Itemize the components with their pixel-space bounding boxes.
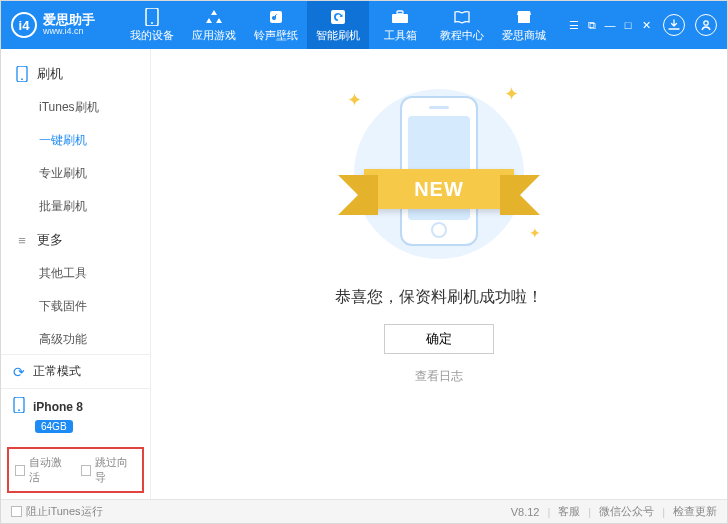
phone-icon xyxy=(15,67,29,81)
nav-tab-my-device[interactable]: 我的设备 xyxy=(121,1,183,49)
nav-tab-flash[interactable]: 智能刷机 xyxy=(307,1,369,49)
svg-point-1 xyxy=(151,22,153,24)
phone-icon xyxy=(143,8,161,26)
book-icon xyxy=(453,8,471,26)
nav-tab-ringtones[interactable]: 铃声壁纸 xyxy=(245,1,307,49)
svg-point-10 xyxy=(18,409,20,411)
device-mode[interactable]: ⟳ 正常模式 xyxy=(1,354,150,388)
checkbox-icon xyxy=(15,465,25,476)
device-card[interactable]: iPhone 8 64GB xyxy=(1,388,150,441)
ok-button[interactable]: 确定 xyxy=(384,324,494,354)
sidebar-group-flash[interactable]: 刷机 xyxy=(1,57,150,91)
success-illustration: ✦ ✦ ✦ NEW xyxy=(319,79,559,269)
phone-icon xyxy=(13,397,25,416)
toolbox-icon xyxy=(391,8,409,26)
nav-tab-apps[interactable]: 应用游戏 xyxy=(183,1,245,49)
nav-tab-store[interactable]: 爱思商城 xyxy=(493,1,555,49)
nav-tab-tutorials[interactable]: 教程中心 xyxy=(431,1,493,49)
note-icon xyxy=(267,8,285,26)
more-icon: ≡ xyxy=(15,233,29,247)
refresh-icon xyxy=(329,8,347,26)
main-content: ✦ ✦ ✦ NEW 恭喜您，保资料刷机成功啦！ 确定 查看日志 xyxy=(151,49,727,499)
svg-rect-5 xyxy=(397,11,403,14)
new-ribbon: NEW xyxy=(364,169,514,209)
activation-options: 自动激活 跳过向导 xyxy=(7,447,144,493)
sidebar-item-oneclick-flash[interactable]: 一键刷机 xyxy=(1,124,150,157)
checkbox-icon xyxy=(81,465,91,476)
logo-icon: i4 xyxy=(11,12,37,38)
success-message: 恭喜您，保资料刷机成功啦！ xyxy=(335,287,543,308)
store-icon xyxy=(515,8,533,26)
checkbox-icon xyxy=(11,506,22,517)
window-controls: ☰ ⧉ — □ ✕ xyxy=(567,19,653,32)
footer-link-wechat[interactable]: 微信公众号 xyxy=(599,504,654,519)
sidebar: 刷机 iTunes刷机 一键刷机 专业刷机 批量刷机 ≡ 更多 其他工具 下载固… xyxy=(1,49,151,499)
version-label: V8.12 xyxy=(511,506,540,518)
checkbox-block-itunes[interactable]: 阻止iTunes运行 xyxy=(11,504,103,519)
brand-url: www.i4.cn xyxy=(43,27,95,37)
sparkle-icon: ✦ xyxy=(504,83,519,105)
svg-rect-3 xyxy=(331,10,345,24)
sidebar-item-itunes-flash[interactable]: iTunes刷机 xyxy=(1,91,150,124)
svg-point-8 xyxy=(21,78,23,80)
brand-logo: i4 爱思助手 www.i4.cn xyxy=(1,12,121,38)
brand-title: 爱思助手 xyxy=(43,13,95,27)
sidebar-group-more[interactable]: ≡ 更多 xyxy=(1,223,150,257)
device-name: iPhone 8 xyxy=(33,400,83,414)
storage-badge: 64GB xyxy=(35,420,73,433)
footer-link-service[interactable]: 客服 xyxy=(558,504,580,519)
maximize-icon[interactable]: □ xyxy=(621,19,635,32)
download-icon[interactable] xyxy=(663,14,685,36)
user-icon[interactable] xyxy=(695,14,717,36)
close-icon[interactable]: ✕ xyxy=(639,19,653,32)
sidebar-item-advanced[interactable]: 高级功能 xyxy=(1,323,150,354)
view-log-link[interactable]: 查看日志 xyxy=(415,368,463,385)
apps-icon xyxy=(205,8,223,26)
title-bar: i4 爱思助手 www.i4.cn 我的设备 应用游戏 铃声壁纸 智能刷机 xyxy=(1,1,727,49)
nav-tabs: 我的设备 应用游戏 铃声壁纸 智能刷机 工具箱 教程中心 xyxy=(121,1,567,49)
sidebar-item-other-tools[interactable]: 其他工具 xyxy=(1,257,150,290)
sidebar-item-pro-flash[interactable]: 专业刷机 xyxy=(1,157,150,190)
sparkle-icon: ✦ xyxy=(529,225,541,241)
svg-rect-4 xyxy=(392,14,408,23)
footer-link-update[interactable]: 检查更新 xyxy=(673,504,717,519)
checkbox-skip-setup[interactable]: 跳过向导 xyxy=(81,455,137,485)
lock-icon[interactable]: ⧉ xyxy=(585,19,599,32)
sidebar-item-batch-flash[interactable]: 批量刷机 xyxy=(1,190,150,223)
menu-icon[interactable]: ☰ xyxy=(567,19,581,32)
status-bar: 阻止iTunes运行 V8.12 | 客服 | 微信公众号 | 检查更新 xyxy=(1,499,727,523)
checkbox-auto-activate[interactable]: 自动激活 xyxy=(15,455,71,485)
svg-point-6 xyxy=(704,21,708,25)
minimize-icon[interactable]: — xyxy=(603,19,617,32)
sidebar-item-download-fw[interactable]: 下载固件 xyxy=(1,290,150,323)
nav-tab-tools[interactable]: 工具箱 xyxy=(369,1,431,49)
refresh-icon: ⟳ xyxy=(13,364,25,380)
sparkle-icon: ✦ xyxy=(347,89,362,111)
